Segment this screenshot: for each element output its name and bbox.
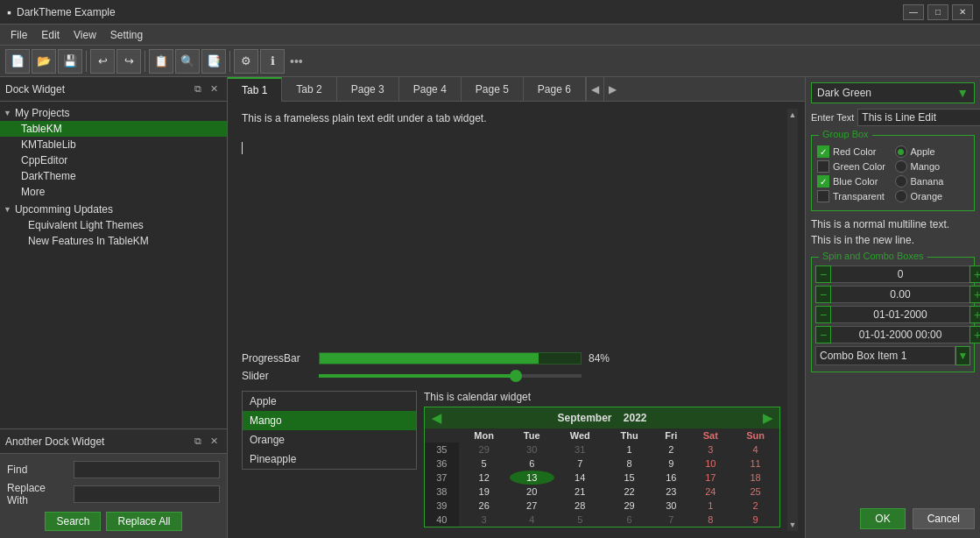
cal-day[interactable]: 18 (731, 471, 779, 485)
toolbar-paste[interactable]: 📑 (201, 49, 226, 74)
cal-day[interactable]: 14 (554, 471, 606, 485)
cal-prev-btn[interactable]: ◀ (432, 411, 441, 425)
toolbar-copy[interactable]: 📋 (149, 49, 173, 74)
toolbar-open[interactable]: 📂 (32, 49, 56, 74)
maximize-button[interactable]: □ (927, 4, 948, 20)
cal-day[interactable]: 17 (689, 471, 731, 485)
cal-day[interactable]: 16 (652, 471, 689, 485)
tab-page3[interactable]: Page 3 (337, 77, 399, 102)
toolbar-redo[interactable]: ↪ (116, 49, 141, 74)
cal-day[interactable]: 30 (510, 442, 554, 457)
radio-orange[interactable] (895, 190, 907, 202)
cal-day[interactable]: 1 (606, 442, 653, 457)
cal-day[interactable]: 22 (606, 485, 653, 499)
cal-day[interactable]: 8 (689, 513, 731, 527)
tab-page6[interactable]: Page 6 (524, 77, 586, 102)
tree-item-darktheme[interactable]: DarkTheme (0, 168, 227, 184)
cal-day[interactable]: 9 (731, 513, 779, 527)
cal-day[interactable]: 19 (459, 485, 510, 499)
tab-page5[interactable]: Page 5 (462, 77, 524, 102)
cal-day[interactable]: 24 (689, 485, 731, 499)
combo-input[interactable] (815, 346, 955, 365)
checkbox-green[interactable] (817, 160, 829, 173)
cal-day[interactable]: 7 (554, 457, 606, 471)
radio-mango[interactable] (895, 160, 907, 173)
cal-day[interactable]: 23 (652, 485, 689, 499)
list-item-pineapple[interactable]: Pineapple (243, 450, 416, 469)
tab-1[interactable]: Tab 1 (228, 77, 282, 102)
cal-day[interactable]: 11 (731, 457, 779, 471)
cal-day[interactable]: 3 (689, 442, 731, 457)
tree-item-tablekm[interactable]: TableKM (0, 121, 227, 137)
tree-item-newfeatures[interactable]: New Features In TableKM (0, 233, 227, 249)
cal-day[interactable]: 21 (554, 485, 606, 499)
dock-restore-btn[interactable]: ⧉ (190, 81, 206, 97)
checkbox-transparent[interactable] (817, 190, 829, 202)
close-button[interactable]: ✕ (952, 4, 973, 20)
cal-day[interactable]: 25 (731, 485, 779, 499)
list-item-apple[interactable]: Apple (243, 392, 416, 411)
cal-day[interactable]: 8 (606, 457, 653, 471)
cal-day[interactable]: 3 (459, 513, 510, 527)
cancel-button[interactable]: Cancel (913, 508, 975, 529)
replace-all-button[interactable]: Replace All (106, 512, 181, 531)
cal-today[interactable]: 13 (510, 471, 554, 485)
radio-banana[interactable] (895, 175, 907, 188)
scroll-up-icon[interactable]: ▲ (789, 110, 797, 119)
cal-day[interactable]: 31 (554, 442, 606, 457)
spin2-plus-btn[interactable]: + (969, 286, 980, 303)
tree-item-kmtablelib[interactable]: KMTableLib (0, 137, 227, 152)
tree-item-more[interactable]: More (0, 184, 227, 200)
cal-day[interactable]: 4 (731, 442, 779, 457)
checkbox-blue[interactable] (817, 175, 829, 188)
cal-day[interactable]: 5 (554, 513, 606, 527)
tree-upcoming[interactable]: ▼ Upcomming Updates (0, 202, 227, 217)
menu-file[interactable]: File (4, 27, 34, 43)
toolbar-info[interactable]: ℹ (260, 49, 285, 74)
spin2-input[interactable] (831, 286, 969, 303)
list-item-mango[interactable]: Mango (243, 411, 416, 430)
cal-day[interactable]: 26 (459, 499, 510, 513)
tree-item-cppeditor[interactable]: CppEditor (0, 152, 227, 168)
scroll-down-icon[interactable]: ▼ (789, 520, 797, 529)
toolbar-save[interactable]: 💾 (58, 49, 82, 74)
slider-track[interactable] (319, 374, 582, 378)
replace-input[interactable] (74, 485, 220, 503)
toolbar-search[interactable]: 🔍 (175, 49, 200, 74)
cal-day[interactable]: 4 (510, 513, 554, 527)
toolbar-new[interactable]: 📄 (5, 49, 30, 74)
cal-day[interactable]: 2 (652, 442, 689, 457)
cal-day[interactable]: 20 (510, 485, 554, 499)
toolbar-undo[interactable]: ↩ (90, 49, 115, 74)
combo-dropdown-btn[interactable]: ▼ (955, 346, 970, 365)
cal-day[interactable]: 15 (606, 471, 653, 485)
cal-day[interactable]: 29 (459, 442, 510, 457)
bottom-dock-close-btn[interactable]: ✕ (206, 434, 222, 450)
cal-day[interactable]: 7 (652, 513, 689, 527)
toolbar-settings[interactable]: ⚙ (234, 49, 258, 74)
dock-close-btn[interactable]: ✕ (206, 81, 222, 97)
spin1-input[interactable] (831, 265, 969, 283)
spin2-minus-btn[interactable]: − (815, 286, 831, 303)
slider-thumb[interactable] (510, 370, 522, 382)
cal-day[interactable]: 9 (652, 457, 689, 471)
find-input[interactable] (74, 461, 220, 478)
cal-day[interactable]: 27 (510, 499, 554, 513)
tree-root[interactable]: ▼ My Projects (0, 105, 227, 121)
cal-next-btn[interactable]: ▶ (763, 411, 772, 425)
spin1-minus-btn[interactable]: − (815, 265, 831, 283)
spin4-minus-btn[interactable]: − (815, 326, 831, 343)
tab-prev-arrow[interactable]: ◀ (586, 77, 603, 102)
tab-page4[interactable]: Page 4 (399, 77, 462, 102)
minimize-button[interactable]: — (903, 4, 924, 20)
list-item-orange[interactable]: Orange (243, 430, 416, 450)
radio-apple[interactable] (895, 145, 907, 158)
cal-day[interactable]: 29 (606, 499, 653, 513)
spin1-plus-btn[interactable]: + (969, 265, 980, 283)
spin4-plus-btn[interactable]: + (969, 326, 980, 343)
cal-day[interactable]: 28 (554, 499, 606, 513)
spin4-input[interactable] (831, 326, 969, 343)
checkbox-red[interactable] (817, 145, 829, 158)
cal-day[interactable]: 30 (652, 499, 689, 513)
cal-day[interactable]: 10 (689, 457, 731, 471)
